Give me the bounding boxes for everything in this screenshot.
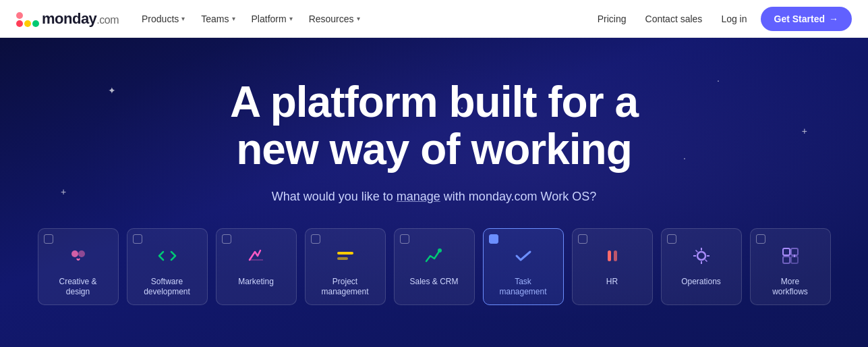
card-task[interactable]: Taskmanagement: [483, 228, 564, 305]
card-checkbox-creative: [44, 234, 53, 244]
products-chevron-icon: ▾: [181, 15, 185, 22]
logo-wordmark: monday.com: [42, 10, 119, 28]
logo-suffix: .com: [96, 14, 119, 26]
svg-point-5: [78, 250, 85, 257]
nav-left: Products ▾ Teams ▾ Platform ▾ Resources …: [135, 9, 367, 28]
arrow-icon: →: [829, 14, 838, 24]
card-checkbox-operations: [667, 234, 676, 244]
star-decoration-3: +: [802, 126, 807, 136]
nav-platform[interactable]: Platform ▾: [245, 9, 299, 28]
svg-rect-20: [783, 257, 790, 263]
svg-point-3: [16, 12, 23, 19]
svg-rect-9: [608, 250, 611, 261]
card-project[interactable]: Projectmanagement: [305, 228, 386, 305]
operations-icon: [691, 245, 712, 270]
navbar: monday.com Products ▾ Teams ▾ Platform ▾…: [0, 0, 868, 38]
svg-line-16: [695, 250, 697, 252]
teams-chevron-icon: ▾: [232, 15, 235, 22]
marketing-icon: [245, 245, 267, 270]
software-icon: [156, 245, 178, 270]
hr-icon: [602, 245, 623, 270]
card-label-operations: Operations: [681, 277, 721, 288]
card-checkbox-software: [133, 234, 142, 244]
card-label-marketing: Marketing: [238, 277, 274, 288]
card-marketing[interactable]: Marketing: [216, 228, 297, 305]
task-icon: [513, 245, 534, 270]
contact-sales-link[interactable]: Contact sales: [640, 9, 708, 28]
card-label-hr: HR: [606, 277, 618, 288]
card-operations[interactable]: Operations: [661, 228, 742, 305]
nav-teams[interactable]: Teams ▾: [194, 9, 241, 28]
sales-icon: [424, 245, 445, 270]
svg-point-11: [697, 252, 705, 260]
more-icon: [780, 245, 801, 270]
card-label-creative: Creative &design: [59, 277, 96, 298]
card-label-more: Moreworkflows: [772, 277, 808, 298]
hero-section: ✦ · + + · · A platform built for a new w…: [0, 38, 868, 347]
svg-point-8: [438, 248, 442, 252]
card-more[interactable]: Moreworkflows: [750, 228, 831, 305]
svg-point-2: [32, 20, 39, 27]
card-checkbox-project: [311, 234, 320, 244]
svg-rect-18: [783, 248, 790, 255]
card-label-project: Projectmanagement: [321, 277, 368, 298]
star-decoration-2: ·: [717, 75, 720, 86]
platform-chevron-icon: ▾: [289, 15, 293, 22]
get-started-button[interactable]: Get Started →: [761, 7, 852, 31]
svg-rect-10: [614, 250, 617, 261]
card-label-task: Taskmanagement: [499, 277, 546, 298]
nav-products[interactable]: Products ▾: [135, 9, 192, 28]
star-decoration-6: ·: [683, 153, 686, 163]
creative-icon: [67, 245, 89, 270]
star-decoration-4: +: [61, 186, 66, 197]
logo[interactable]: monday.com: [16, 10, 119, 28]
nav-resources[interactable]: Resources ▾: [302, 9, 367, 28]
card-label-software: Softwaredevelopment: [144, 277, 190, 298]
card-checkbox-hr: [578, 234, 587, 244]
login-link[interactable]: Log in: [716, 9, 752, 28]
svg-point-0: [16, 20, 23, 27]
svg-point-4: [71, 250, 78, 257]
star-decoration-1: ✦: [108, 85, 116, 96]
svg-rect-6: [337, 252, 353, 255]
resources-chevron-icon: ▾: [357, 15, 360, 22]
category-cards-row: Creative &design Softwaredevelopment: [38, 228, 831, 305]
card-checkbox-sales: [400, 234, 409, 244]
nav-right: Pricing Contact sales Log in Get Started…: [592, 7, 852, 31]
card-checkbox-more: [756, 234, 765, 244]
card-label-sales: Sales & CRM: [409, 277, 458, 288]
project-icon: [335, 245, 356, 270]
card-checkbox-marketing: [222, 234, 231, 244]
card-creative[interactable]: Creative &design: [38, 228, 119, 305]
hero-subtitle: What would you like to manage with monda…: [272, 190, 597, 204]
pricing-link[interactable]: Pricing: [592, 9, 632, 28]
card-hr[interactable]: HR: [572, 228, 653, 305]
card-checkbox-task: [489, 234, 498, 244]
card-sales[interactable]: Sales & CRM: [394, 228, 475, 305]
card-software[interactable]: Softwaredevelopment: [127, 228, 208, 305]
svg-point-1: [24, 20, 31, 27]
hero-title: A platform built for a new way of workin…: [230, 78, 638, 174]
svg-rect-19: [791, 248, 798, 255]
svg-rect-21: [791, 257, 798, 263]
svg-line-17: [705, 259, 707, 261]
svg-rect-7: [337, 257, 348, 260]
